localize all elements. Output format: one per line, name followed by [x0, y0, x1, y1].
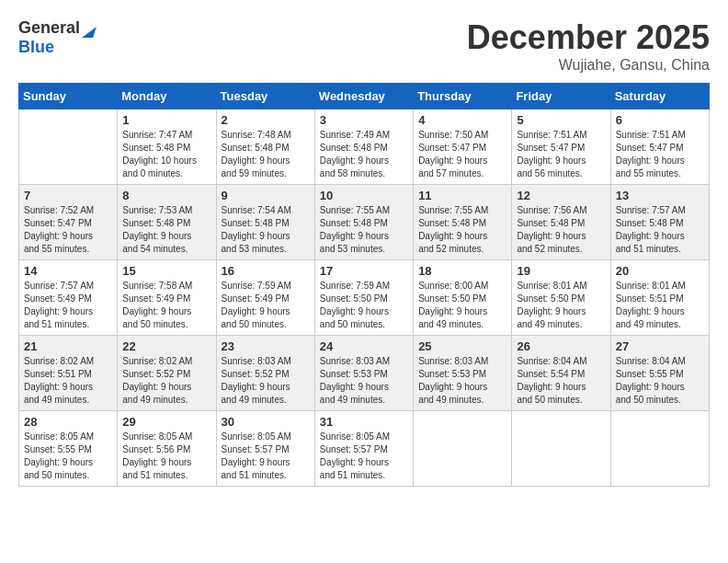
day-info: Sunrise: 8:02 AM Sunset: 5:52 PM Dayligh… [122, 355, 210, 407]
calendar-cell: 7Sunrise: 7:52 AM Sunset: 5:47 PM Daylig… [19, 185, 118, 260]
day-number: 15 [122, 264, 210, 278]
calendar-cell: 19Sunrise: 8:01 AM Sunset: 5:50 PM Dayli… [512, 260, 610, 336]
day-number: 28 [24, 415, 112, 429]
day-number: 5 [517, 113, 605, 127]
day-info: Sunrise: 8:05 AM Sunset: 5:55 PM Dayligh… [24, 431, 112, 482]
calendar-cell: 31Sunrise: 8:05 AM Sunset: 5:57 PM Dayli… [314, 411, 413, 487]
calendar-cell: 17Sunrise: 7:59 AM Sunset: 5:50 PM Dayli… [314, 260, 413, 336]
calendar-cell: 8Sunrise: 7:53 AM Sunset: 5:48 PM Daylig… [118, 185, 216, 260]
calendar-cell [19, 109, 118, 185]
calendar-day-header: Tuesday [216, 84, 314, 109]
calendar-cell [610, 411, 709, 487]
calendar-cell: 11Sunrise: 7:55 AM Sunset: 5:48 PM Dayli… [414, 185, 512, 260]
day-info: Sunrise: 8:04 AM Sunset: 5:55 PM Dayligh… [616, 355, 704, 407]
day-number: 20 [616, 264, 704, 278]
calendar-cell: 6Sunrise: 7:51 AM Sunset: 5:47 PM Daylig… [610, 109, 709, 185]
location-subtitle: Wujiahe, Gansu, China [467, 57, 710, 74]
day-info: Sunrise: 7:49 AM Sunset: 5:48 PM Dayligh… [320, 129, 408, 180]
calendar-week-row: 7Sunrise: 7:52 AM Sunset: 5:47 PM Daylig… [19, 185, 710, 260]
day-number: 27 [616, 339, 704, 353]
calendar-cell: 1Sunrise: 7:47 AM Sunset: 5:48 PM Daylig… [118, 109, 216, 185]
day-number: 1 [122, 113, 210, 127]
day-info: Sunrise: 8:04 AM Sunset: 5:54 PM Dayligh… [517, 355, 605, 407]
calendar-cell: 23Sunrise: 8:03 AM Sunset: 5:52 PM Dayli… [216, 336, 314, 411]
day-info: Sunrise: 7:57 AM Sunset: 5:48 PM Dayligh… [616, 204, 704, 256]
calendar-cell: 3Sunrise: 7:49 AM Sunset: 5:48 PM Daylig… [314, 109, 413, 185]
day-number: 19 [517, 264, 605, 278]
day-info: Sunrise: 7:50 AM Sunset: 5:47 PM Dayligh… [418, 129, 506, 180]
calendar-cell: 5Sunrise: 7:51 AM Sunset: 5:47 PM Daylig… [512, 109, 610, 185]
day-number: 12 [517, 189, 605, 202]
day-info: Sunrise: 7:51 AM Sunset: 5:47 PM Dayligh… [616, 129, 704, 180]
day-number: 24 [320, 339, 408, 353]
day-number: 29 [122, 415, 210, 429]
day-info: Sunrise: 8:05 AM Sunset: 5:57 PM Dayligh… [222, 431, 310, 482]
day-info: Sunrise: 8:03 AM Sunset: 5:52 PM Dayligh… [222, 355, 310, 407]
calendar-cell: 13Sunrise: 7:57 AM Sunset: 5:48 PM Dayli… [610, 185, 709, 260]
calendar-cell: 24Sunrise: 8:03 AM Sunset: 5:53 PM Dayli… [314, 336, 413, 411]
calendar-day-header: Friday [512, 84, 610, 109]
calendar-cell: 14Sunrise: 7:57 AM Sunset: 5:49 PM Dayli… [19, 260, 118, 336]
day-info: Sunrise: 8:02 AM Sunset: 5:51 PM Dayligh… [24, 355, 112, 407]
day-info: Sunrise: 8:00 AM Sunset: 5:50 PM Dayligh… [418, 280, 506, 331]
calendar-cell [414, 411, 512, 487]
day-info: Sunrise: 7:59 AM Sunset: 5:49 PM Dayligh… [222, 280, 310, 331]
calendar-cell: 25Sunrise: 8:03 AM Sunset: 5:53 PM Dayli… [414, 336, 512, 411]
page-header: General Blue December 2025 Wujiahe, Gans… [18, 18, 710, 74]
calendar-cell: 29Sunrise: 8:05 AM Sunset: 5:56 PM Dayli… [118, 411, 216, 487]
day-number: 22 [122, 339, 210, 353]
calendar-header-row: SundayMondayTuesdayWednesdayThursdayFrid… [19, 84, 710, 109]
day-number: 30 [222, 415, 310, 429]
calendar-cell: 2Sunrise: 7:48 AM Sunset: 5:48 PM Daylig… [216, 109, 314, 185]
day-info: Sunrise: 7:55 AM Sunset: 5:48 PM Dayligh… [418, 204, 506, 256]
calendar-week-row: 14Sunrise: 7:57 AM Sunset: 5:49 PM Dayli… [19, 260, 710, 336]
day-info: Sunrise: 7:51 AM Sunset: 5:47 PM Dayligh… [517, 129, 605, 180]
calendar-cell: 21Sunrise: 8:02 AM Sunset: 5:51 PM Dayli… [19, 336, 118, 411]
day-number: 2 [222, 113, 310, 127]
day-number: 16 [222, 264, 310, 278]
calendar-table: SundayMondayTuesdayWednesdayThursdayFrid… [18, 83, 710, 487]
day-info: Sunrise: 8:05 AM Sunset: 5:56 PM Dayligh… [122, 431, 210, 482]
calendar-cell: 20Sunrise: 8:01 AM Sunset: 5:51 PM Dayli… [610, 260, 709, 336]
day-info: Sunrise: 8:05 AM Sunset: 5:57 PM Dayligh… [320, 431, 408, 482]
calendar-week-row: 1Sunrise: 7:47 AM Sunset: 5:48 PM Daylig… [19, 109, 710, 185]
day-number: 14 [24, 264, 112, 278]
day-number: 23 [222, 339, 310, 353]
month-title: December 2025 [467, 18, 710, 57]
day-info: Sunrise: 7:52 AM Sunset: 5:47 PM Dayligh… [24, 204, 112, 256]
calendar-cell: 10Sunrise: 7:55 AM Sunset: 5:48 PM Dayli… [314, 185, 413, 260]
day-number: 21 [24, 339, 112, 353]
calendar-cell: 18Sunrise: 8:00 AM Sunset: 5:50 PM Dayli… [414, 260, 512, 336]
calendar-cell: 27Sunrise: 8:04 AM Sunset: 5:55 PM Dayli… [610, 336, 709, 411]
day-number: 11 [418, 189, 506, 202]
calendar-cell: 9Sunrise: 7:54 AM Sunset: 5:48 PM Daylig… [216, 185, 314, 260]
calendar-cell: 30Sunrise: 8:05 AM Sunset: 5:57 PM Dayli… [216, 411, 314, 487]
day-number: 17 [320, 264, 408, 278]
day-info: Sunrise: 8:01 AM Sunset: 5:50 PM Dayligh… [517, 280, 605, 331]
day-info: Sunrise: 7:55 AM Sunset: 5:48 PM Dayligh… [320, 204, 408, 256]
calendar-cell: 16Sunrise: 7:59 AM Sunset: 5:49 PM Dayli… [216, 260, 314, 336]
calendar-week-row: 21Sunrise: 8:02 AM Sunset: 5:51 PM Dayli… [19, 336, 710, 411]
day-number: 18 [418, 264, 506, 278]
day-info: Sunrise: 8:01 AM Sunset: 5:51 PM Dayligh… [616, 280, 704, 331]
day-number: 31 [320, 415, 408, 429]
day-info: Sunrise: 7:57 AM Sunset: 5:49 PM Dayligh… [24, 280, 112, 331]
day-number: 25 [418, 339, 506, 353]
day-number: 13 [616, 189, 704, 202]
calendar-cell [512, 411, 610, 487]
day-info: Sunrise: 7:48 AM Sunset: 5:48 PM Dayligh… [222, 129, 310, 180]
title-block: December 2025 Wujiahe, Gansu, China [467, 18, 710, 74]
logo-general: General [18, 18, 80, 38]
day-number: 4 [418, 113, 506, 127]
day-info: Sunrise: 7:54 AM Sunset: 5:48 PM Dayligh… [222, 204, 310, 256]
logo-bird-icon [82, 19, 97, 38]
day-number: 26 [517, 339, 605, 353]
day-info: Sunrise: 7:47 AM Sunset: 5:48 PM Dayligh… [122, 129, 210, 180]
calendar-cell: 4Sunrise: 7:50 AM Sunset: 5:47 PM Daylig… [414, 109, 512, 185]
day-info: Sunrise: 7:56 AM Sunset: 5:48 PM Dayligh… [517, 204, 605, 256]
day-number: 6 [616, 113, 704, 127]
calendar-cell: 15Sunrise: 7:58 AM Sunset: 5:49 PM Dayli… [118, 260, 216, 336]
day-number: 9 [222, 189, 310, 202]
logo-blue: Blue [18, 38, 54, 57]
day-info: Sunrise: 7:58 AM Sunset: 5:49 PM Dayligh… [122, 280, 210, 331]
